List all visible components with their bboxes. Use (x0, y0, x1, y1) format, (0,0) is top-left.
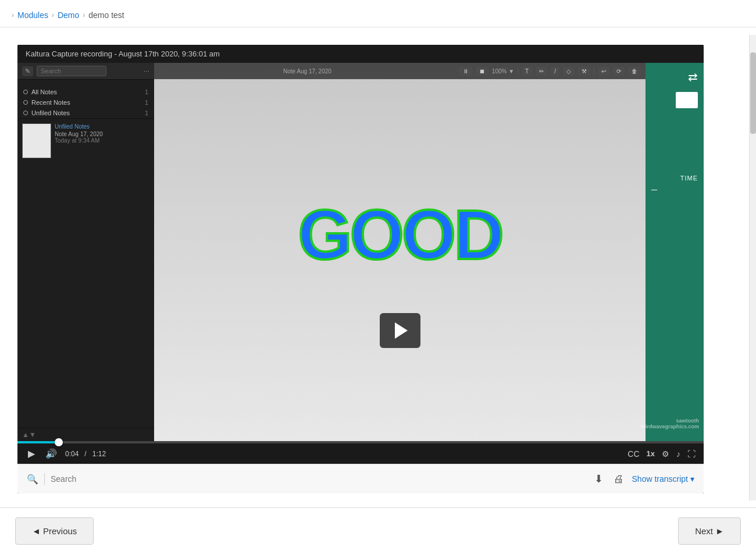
swap-arrows-icon[interactable]: ⇄ (688, 70, 698, 84)
play-pause-button[interactable]: ▶ (26, 447, 37, 460)
video-wrapper: Kaltura Capture recording - August 17th … (17, 45, 704, 493)
notes-preview-time: Today at 9:34 AM (55, 137, 103, 144)
notes-preview-date: Note Aug 17, 2020 (55, 131, 103, 137)
search-input[interactable] (51, 474, 315, 484)
toolbar-btn-undo[interactable]: ↩ (598, 67, 609, 76)
video-main: ✎ ⋯ All Notes 1 Recent Notes 1 Un (17, 63, 704, 441)
watermark-brand: sawtooth (676, 418, 700, 424)
breadcrumb-current: demo test (88, 10, 124, 20)
show-transcript-label: Show transcript (632, 474, 688, 484)
video-good-text: GOOD (298, 194, 502, 275)
toolbar-btn-pause[interactable]: ⏸ (459, 67, 472, 76)
show-transcript-chevron-icon: ▾ (690, 474, 694, 484)
notes-unfiled[interactable]: Unfiled Notes 1 (17, 108, 154, 118)
breadcrumb-modules[interactable]: Modules (17, 10, 48, 20)
notes-edit-icon[interactable]: ✎ (22, 66, 33, 76)
notes-bottom-arrow: ▲▼ (22, 431, 36, 439)
toolbar-btn-shape[interactable]: ◇ (563, 67, 575, 76)
notes-preview-details: Unfiled Notes Note Aug 17, 2020 Today at… (55, 123, 103, 158)
previous-label: ◄ Previous (32, 526, 77, 536)
recent-notes-label: Recent Notes (31, 99, 70, 106)
notes-panel: ✎ ⋯ All Notes 1 Recent Notes 1 Un (17, 63, 154, 441)
right-panel: ⇄ TIME sawtooth thirdwavegraphics.com (646, 63, 704, 441)
print-icon-button[interactable]: 🖨 (611, 471, 626, 488)
video-center[interactable]: Note Aug 17, 2020 ⏸ ⏹ 100% ▼ T ✏ / ◇ ⚒ ↩… (154, 63, 646, 441)
toolbar-btn-trash[interactable]: 🗑 (628, 67, 641, 76)
toolbar-sep-2 (594, 67, 594, 75)
notes-search-input[interactable] (37, 66, 106, 76)
previous-button[interactable]: ◄ Previous (15, 517, 94, 545)
recent-notes-count: 1 (145, 99, 148, 106)
notes-recent[interactable]: Recent Notes 1 (17, 97, 154, 108)
notes-preview-title: Unfiled Notes (55, 123, 103, 130)
video-center-toolbar: Note Aug 17, 2020 ⏸ ⏹ 100% ▼ T ✏ / ◇ ⚒ ↩… (154, 63, 646, 79)
video-title: Kaltura Capture recording - August 17th … (26, 49, 220, 58)
toolbar-btn-redo[interactable]: ⟳ (613, 67, 625, 76)
cc-icon[interactable]: CC (627, 449, 639, 459)
recent-notes-dot (23, 100, 28, 105)
time-label: TIME (680, 175, 698, 182)
main-content: Kaltura Capture recording - August 17th … (0, 27, 756, 505)
progress-fill (17, 441, 59, 443)
search-icon-button[interactable]: 🔍 (27, 474, 38, 485)
unfiled-notes-count: 1 (145, 109, 148, 116)
right-panel-thumbnail (676, 92, 698, 108)
time-dash (651, 190, 657, 190)
notes-toolbar-dots: ⋯ (144, 68, 149, 74)
toolbar-sep-1 (518, 67, 518, 75)
all-notes-count: 1 (145, 88, 148, 95)
below-video-bar: 🔍 ⬇ 🖨 Show transcript ▾ (17, 464, 704, 493)
notes-list-header (17, 80, 154, 87)
notes-bottom: ▲▼ (17, 428, 154, 441)
scrollbar-track[interactable] (749, 35, 756, 500)
show-transcript-button[interactable]: Show transcript ▾ (632, 474, 694, 484)
toolbar-btn-t[interactable]: T (522, 67, 532, 76)
next-label: Next ► (695, 526, 724, 536)
search-separator (44, 473, 45, 485)
download-icon-button[interactable]: ⬇ (592, 470, 605, 488)
breadcrumb-sep-2: › (83, 11, 85, 19)
play-triangle-icon (395, 322, 408, 339)
watermark-url: thirdwavegraphics.com (640, 424, 699, 429)
progress-bar[interactable] (17, 441, 704, 443)
breadcrumb-sep-1: › (52, 11, 54, 19)
toolbar-btn-more[interactable]: ⚒ (578, 67, 590, 76)
all-notes-dot (23, 90, 28, 94)
nav-footer: ◄ Previous Next ► (0, 507, 756, 554)
controls-right: CC 1x ⚙ ♪ ⛶ (627, 449, 696, 459)
time-separator: / (84, 450, 86, 458)
progress-thumb[interactable] (55, 438, 63, 446)
notes-all-notes[interactable]: All Notes 1 (17, 87, 154, 97)
toolbar-btn-pen[interactable]: ✏ (536, 67, 547, 76)
play-button[interactable] (380, 313, 420, 348)
breadcrumb-demo[interactable]: Demo (58, 10, 79, 20)
fullscreen-icon[interactable]: ⛶ (687, 449, 696, 459)
toolbar-zoom: 100% ▼ (492, 68, 514, 74)
unfiled-notes-label: Unfiled Notes (31, 109, 70, 116)
video-title-bar: Kaltura Capture recording - August 17th … (17, 45, 704, 63)
time-current: 0:04 (65, 450, 79, 458)
watermark: sawtooth thirdwavegraphics.com (640, 418, 699, 429)
notes-toolbar: ✎ ⋯ (17, 63, 154, 80)
breadcrumb: › Modules › Demo › demo test (0, 0, 756, 27)
controls-bar: ▶ 🔊 0:04 / 1:12 CC 1x ⚙ ♪ ⛶ (17, 443, 704, 464)
below-center-tools: ⬇ 🖨 (592, 470, 626, 488)
toolbar-date-label: Note Aug 17, 2020 (159, 68, 456, 74)
toolbar-btn-stop[interactable]: ⏹ (476, 67, 488, 76)
music-icon[interactable]: ♪ (676, 449, 680, 459)
notes-preview-thumbnail (22, 123, 51, 158)
next-button[interactable]: Next ► (678, 517, 741, 545)
settings-icon[interactable]: ⚙ (662, 449, 669, 459)
all-notes-label: All Notes (31, 88, 57, 95)
breadcrumb-sep-left: › (12, 11, 14, 19)
scrollbar-thumb[interactable] (750, 52, 756, 134)
speed-button[interactable]: 1x (647, 449, 655, 458)
volume-button[interactable]: 🔊 (43, 447, 59, 460)
unfiled-notes-dot (23, 111, 28, 115)
toolbar-btn-line[interactable]: / (551, 67, 559, 76)
time-total: 1:12 (92, 450, 106, 458)
video-controls: ▶ 🔊 0:04 / 1:12 CC 1x ⚙ ♪ ⛶ (17, 441, 704, 464)
notes-preview: Unfiled Notes Note Aug 17, 2020 Today at… (17, 118, 154, 163)
